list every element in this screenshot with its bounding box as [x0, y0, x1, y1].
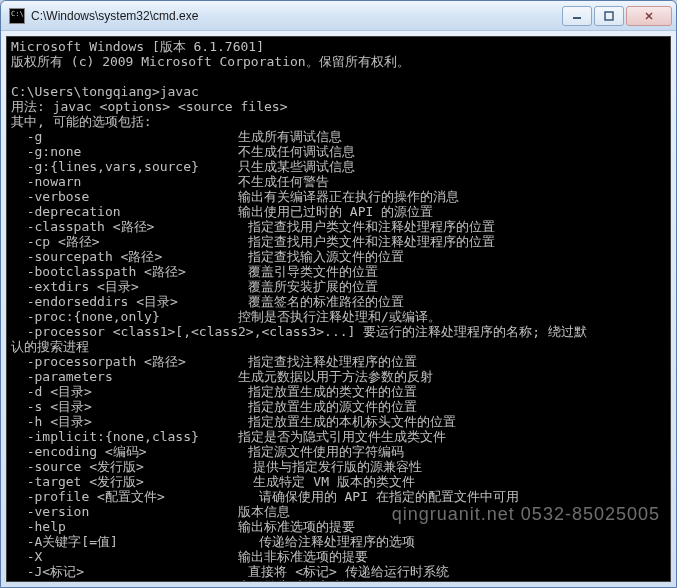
- console-frame: Microsoft Windows [版本 6.1.7601] 版权所有 (c)…: [6, 36, 671, 582]
- minimize-icon: [572, 11, 582, 21]
- close-button[interactable]: [626, 6, 672, 26]
- maximize-icon: [604, 11, 614, 21]
- console-output[interactable]: Microsoft Windows [版本 6.1.7601] 版权所有 (c)…: [7, 37, 670, 581]
- cmd-window: C:\Windows\system32\cmd.exe Microsoft Wi…: [0, 0, 677, 588]
- close-icon: [644, 11, 654, 21]
- titlebar[interactable]: C:\Windows\system32\cmd.exe: [1, 1, 676, 31]
- minimize-button[interactable]: [562, 6, 592, 26]
- svg-rect-1: [605, 12, 613, 20]
- maximize-button[interactable]: [594, 6, 624, 26]
- cmd-icon: [9, 8, 25, 24]
- window-controls: [560, 6, 672, 26]
- window-title: C:\Windows\system32\cmd.exe: [31, 9, 560, 23]
